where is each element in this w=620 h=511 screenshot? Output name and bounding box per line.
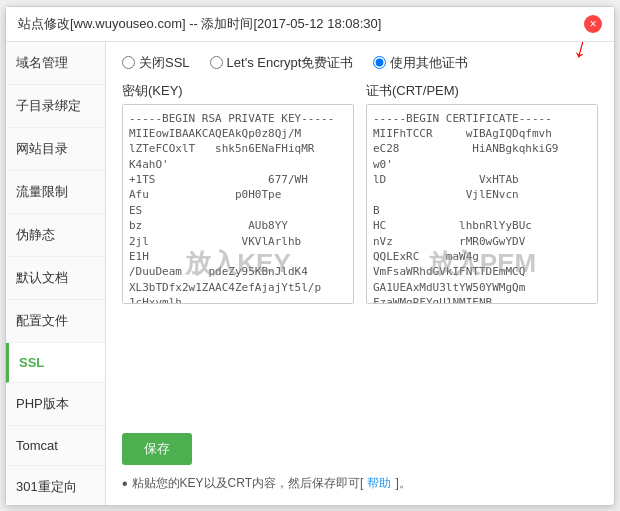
cert-label: 证书(CRT/PEM) xyxy=(366,82,598,100)
sidebar-item-domain[interactable]: 域名管理 xyxy=(6,42,105,85)
close-ssl-label: 关闭SSL xyxy=(139,54,190,72)
radio-close-ssl[interactable] xyxy=(122,56,135,69)
dialog-body: 域名管理子目录绑定网站目录流量限制伪静态默认文档配置文件SSLPHP版本Tomc… xyxy=(6,42,614,505)
sidebar-item-tomcat[interactable]: Tomcat xyxy=(6,426,105,466)
close-button[interactable]: × xyxy=(584,15,602,33)
key-label: 密钥(KEY) xyxy=(122,82,354,100)
sidebar-item-website-dir[interactable]: 网站目录 xyxy=(6,128,105,171)
sidebar-item-ssl[interactable]: SSL xyxy=(6,343,105,383)
hint-row: • 粘贴您的KEY以及CRT内容，然后保存即可[帮助]。 xyxy=(122,475,598,493)
cert-field-group: 证书(CRT/PEM) 放入PEM xyxy=(366,82,598,423)
bullet-icon: • xyxy=(122,475,128,493)
sidebar-item-pseudo-static[interactable]: 伪静态 xyxy=(6,214,105,257)
hint-end: ]。 xyxy=(395,475,410,492)
hint-text: 粘贴您的KEY以及CRT内容，然后保存即可[ xyxy=(132,475,364,492)
sidebar-item-php-version[interactable]: PHP版本 xyxy=(6,383,105,426)
key-field-group: 密钥(KEY) 放入KEY xyxy=(122,82,354,423)
arrow-icon: ↓ xyxy=(570,42,592,65)
option-other-cert[interactable]: 使用其他证书 xyxy=(373,54,468,72)
radio-other-cert[interactable] xyxy=(373,56,386,69)
sidebar: 域名管理子目录绑定网站目录流量限制伪静态默认文档配置文件SSLPHP版本Tomc… xyxy=(6,42,106,505)
key-cert-row: 密钥(KEY) 放入KEY 证书(CRT/PEM) 放入PEM xyxy=(122,82,598,423)
main-content: 关闭SSL Let's Encrypt免费证书 使用其他证书 ↓ 密钥(KEY) xyxy=(106,42,614,505)
option-lets-encrypt[interactable]: Let's Encrypt免费证书 xyxy=(210,54,354,72)
dialog-title: 站点修改[ww.wuyouseo.com] -- 添加时间[2017-05-12… xyxy=(6,7,614,42)
save-button[interactable]: 保存 xyxy=(122,433,192,465)
dialog: 站点修改[ww.wuyouseo.com] -- 添加时间[2017-05-12… xyxy=(5,6,615,506)
sidebar-item-traffic[interactable]: 流量限制 xyxy=(6,171,105,214)
key-textarea-wrapper: 放入KEY xyxy=(122,104,354,423)
other-cert-label: 使用其他证书 xyxy=(390,54,468,72)
option-close-ssl[interactable]: 关闭SSL xyxy=(122,54,190,72)
sidebar-item-redirect-301[interactable]: 301重定向 xyxy=(6,466,105,505)
sidebar-item-config-file[interactable]: 配置文件 xyxy=(6,300,105,343)
cert-textarea-wrapper: 放入PEM xyxy=(366,104,598,423)
key-textarea[interactable] xyxy=(122,104,354,304)
sidebar-item-subdir[interactable]: 子目录绑定 xyxy=(6,85,105,128)
help-link[interactable]: 帮助 xyxy=(367,475,391,492)
radio-lets-encrypt[interactable] xyxy=(210,56,223,69)
title-text: 站点修改[ww.wuyouseo.com] -- 添加时间[2017-05-12… xyxy=(18,15,381,33)
cert-textarea[interactable] xyxy=(366,104,598,304)
sidebar-item-default-doc[interactable]: 默认文档 xyxy=(6,257,105,300)
lets-encrypt-label: Let's Encrypt免费证书 xyxy=(227,54,354,72)
ssl-options: 关闭SSL Let's Encrypt免费证书 使用其他证书 ↓ xyxy=(122,54,598,72)
